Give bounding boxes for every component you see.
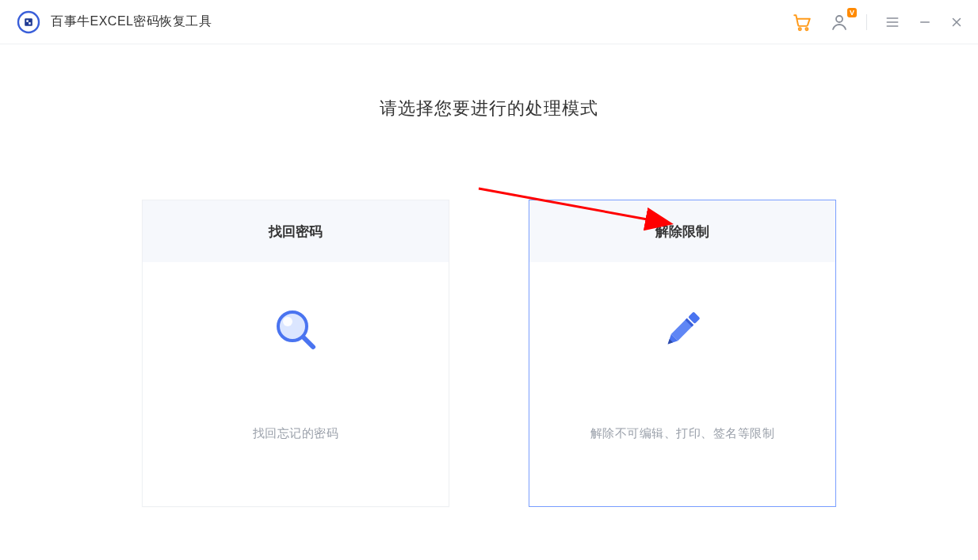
svg-line-15	[304, 337, 313, 347]
titlebar-left: 百事牛EXCEL密码恢复工具	[16, 10, 212, 35]
card-body: 解除不可编辑、打印、签名等限制	[529, 262, 835, 506]
svg-point-6	[836, 16, 842, 22]
app-title: 百事牛EXCEL密码恢复工具	[51, 13, 212, 30]
app-logo-icon	[16, 10, 41, 35]
card-desc: 找回忘记的密码	[253, 426, 339, 441]
account-icon[interactable]: V	[830, 13, 849, 32]
close-icon[interactable]	[949, 15, 964, 29]
cards-row: 找回密码 找回忘记的密码 解除限制	[142, 200, 836, 507]
menu-icon[interactable]	[884, 14, 900, 30]
cart-icon[interactable]	[792, 12, 812, 32]
main-heading: 请选择您要进行的处理模式	[380, 97, 598, 120]
card-title: 找回密码	[143, 200, 449, 262]
svg-rect-3	[29, 22, 31, 25]
card-remove-restriction[interactable]: 解除限制 解除不可编辑、打印、签名等限制	[529, 200, 836, 507]
pencil-icon	[657, 304, 708, 355]
titlebar-right: V	[792, 12, 964, 32]
svg-rect-2	[26, 20, 29, 22]
titlebar: 百事牛EXCEL密码恢复工具 V	[0, 0, 978, 44]
minimize-icon[interactable]	[918, 15, 932, 29]
main-content: 请选择您要进行的处理模式 找回密码 找回忘记的密码 解除限制	[0, 44, 978, 507]
svg-rect-1	[25, 18, 32, 26]
card-title: 解除限制	[529, 200, 835, 262]
magnifier-icon	[270, 304, 321, 355]
titlebar-divider	[866, 14, 867, 30]
card-recover-password[interactable]: 找回密码 找回忘记的密码	[142, 200, 449, 507]
svg-point-14	[283, 317, 292, 326]
card-body: 找回忘记的密码	[143, 262, 449, 506]
svg-point-5	[805, 28, 808, 30]
vip-badge: V	[847, 8, 857, 17]
card-desc: 解除不可编辑、打印、签名等限制	[590, 426, 775, 441]
svg-point-4	[799, 28, 801, 30]
